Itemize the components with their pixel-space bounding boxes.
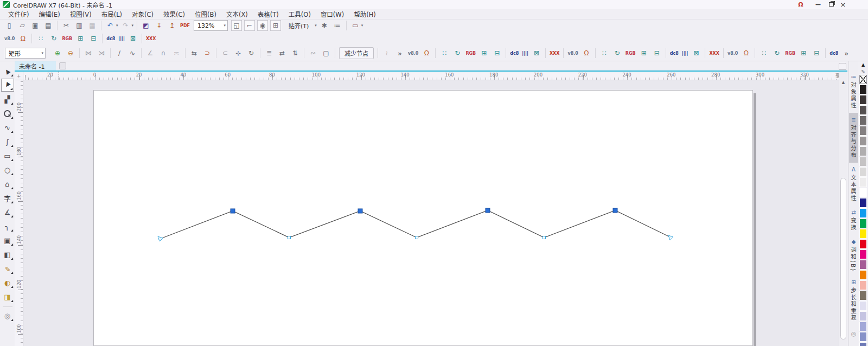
cusp-node-icon[interactable]: ∠: [145, 48, 156, 59]
scrollbar-thumb[interactable]: [840, 178, 846, 339]
color-swatch[interactable]: [859, 116, 867, 125]
curve-node-selected[interactable]: [486, 208, 490, 213]
macro-paste-a-icon[interactable]: ⊞: [478, 48, 489, 59]
dimension-tool[interactable]: ∡: [1, 206, 14, 219]
curve-node-selected[interactable]: [358, 209, 362, 213]
color-swatch[interactable]: [859, 126, 867, 136]
macro-duplicate-icon[interactable]: ⊠: [127, 33, 138, 44]
join-nodes-icon[interactable]: ⋈: [83, 48, 94, 59]
vertical-scrollbar[interactable]: ▲: [839, 72, 847, 346]
drawing-canvas[interactable]: [23, 80, 839, 346]
reflect-vertical-icon[interactable]: ⇅: [290, 48, 301, 59]
color-swatch[interactable]: [859, 208, 867, 218]
macro-rgb-cmyk-icon[interactable]: RGB: [465, 51, 476, 56]
menu-item-3[interactable]: 布局(L): [97, 9, 127, 20]
no-color-swatch[interactable]: [859, 75, 867, 84]
transparency-tool[interactable]: ◧: [1, 248, 14, 261]
zoom-level-combo[interactable]: 132%▾: [194, 20, 228, 31]
stretch-nodes-icon[interactable]: ⊹: [233, 48, 244, 59]
macro-convert-icon[interactable]: ↻: [452, 48, 463, 59]
drop-shadow-tool[interactable]: ▣: [1, 234, 14, 247]
snap-to-button[interactable]: 贴齐(T): [284, 20, 314, 31]
macro-paste-b-icon[interactable]: ⊟: [492, 48, 502, 59]
macro-version-label-icon[interactable]: v8.0: [4, 36, 15, 41]
align-nodes-icon[interactable]: ≣: [264, 48, 275, 59]
macro-paste-a-icon[interactable]: ⊞: [75, 33, 86, 44]
macro-dc8-icon[interactable]: dc8: [106, 36, 115, 41]
overflow-chevron-icon[interactable]: »: [841, 48, 852, 59]
welcome-screen-dropdown[interactable]: ▾: [361, 23, 363, 28]
color-swatch[interactable]: [859, 311, 867, 321]
save-icon[interactable]: ▣: [30, 20, 41, 31]
break-nodes-icon[interactable]: ⋊: [96, 48, 107, 59]
color-swatch[interactable]: [859, 229, 867, 239]
full-screen-preview-icon[interactable]: ◱: [231, 20, 242, 31]
macro-paste-a-icon[interactable]: ⊞: [798, 48, 809, 59]
docker-tab-1[interactable]: ≣对齐与分布: [849, 113, 858, 163]
menu-item-8[interactable]: 表格(T): [253, 9, 284, 20]
show-rulers-icon[interactable]: ⌐: [244, 20, 255, 31]
macro-align-dots-icon[interactable]: ∷: [35, 33, 46, 44]
color-swatch[interactable]: [859, 146, 867, 156]
select-all-nodes-icon[interactable]: ▢: [321, 48, 331, 59]
restore-button[interactable]: [827, 1, 835, 8]
interactive-fill-tool[interactable]: ◨: [1, 290, 14, 303]
curve-node[interactable]: [416, 236, 418, 239]
macro-align-dots-icon[interactable]: ∷: [439, 48, 450, 59]
show-alignment-guides-icon[interactable]: ◉: [257, 20, 268, 31]
curve-smoothness-icon[interactable]: ≀: [381, 48, 392, 59]
macro-dc8-icon[interactable]: dc8: [670, 51, 679, 56]
ellipse-tool[interactable]: ○: [1, 163, 14, 176]
docker-tab-5[interactable]: ⊞步长和重复: [849, 275, 858, 325]
edit-fill-tool[interactable]: ◎: [1, 309, 14, 322]
macro-paste-b-icon[interactable]: ⊟: [811, 48, 822, 59]
menu-item-4[interactable]: 对象(C): [127, 9, 158, 20]
convert-to-line-icon[interactable]: ∕: [114, 48, 125, 59]
macro-align-dots-icon[interactable]: ∷: [758, 48, 769, 59]
curve-node-terminal[interactable]: [158, 236, 163, 241]
macro-user-icon[interactable]: Ω: [581, 48, 592, 59]
publish-to-pdf-icon[interactable]: PDF: [180, 23, 190, 28]
shape-tool[interactable]: ▲: [1, 79, 14, 92]
polygon-tool[interactable]: ⌂: [1, 177, 14, 190]
extract-subpath-icon[interactable]: ⊂: [220, 48, 231, 59]
paste-icon[interactable]: ▦: [87, 20, 98, 31]
menu-item-11[interactable]: 帮助(H): [349, 9, 381, 20]
dynamic-guides-icon[interactable]: ⊞: [270, 20, 281, 31]
macro-xxx-icon[interactable]: XXX: [146, 36, 156, 41]
curve-node[interactable]: [543, 236, 546, 239]
color-swatch[interactable]: [859, 291, 867, 300]
docker-tab-0[interactable]: ≔对象属性: [849, 70, 858, 113]
rectangle-tool[interactable]: ▭: [1, 149, 14, 162]
rotate-skew-nodes-icon[interactable]: ↻: [246, 48, 257, 59]
macro-user-icon[interactable]: Ω: [741, 48, 751, 59]
redo-icon[interactable]: ↷: [120, 20, 131, 31]
color-swatch[interactable]: [859, 177, 867, 187]
curve-node-selected[interactable]: [231, 209, 235, 213]
color-swatch[interactable]: [859, 260, 867, 270]
macro-barcode-icon[interactable]: ||||: [682, 51, 688, 56]
menu-item-7[interactable]: 文本(X): [221, 9, 253, 20]
welcome-screen-icon[interactable]: ▭: [350, 20, 361, 31]
redo-dropdown[interactable]: ▾: [132, 23, 134, 28]
docker-tab-3[interactable]: ⇄变换: [849, 206, 858, 235]
color-swatch[interactable]: [859, 105, 867, 115]
overflow-chevron-icon[interactable]: »: [394, 48, 405, 59]
application-launcher-icon[interactable]: ◩: [141, 20, 151, 31]
color-swatch[interactable]: [859, 342, 867, 346]
macro-version-label-icon[interactable]: v8.0: [727, 51, 738, 56]
reduce-nodes-button[interactable]: 减少节点: [339, 47, 374, 59]
macro-dc8-icon[interactable]: dc8: [829, 51, 838, 56]
new-document-icon[interactable]: ▯: [4, 20, 15, 31]
zoom-tool[interactable]: [1, 107, 14, 120]
symmetrical-node-icon[interactable]: ≍: [171, 48, 182, 59]
menu-item-1[interactable]: 编辑(E): [34, 9, 65, 20]
horizontal-ruler[interactable]: 毫米 2002040608010012014016018020022024026…: [23, 72, 847, 80]
undo-dropdown[interactable]: ▾: [116, 23, 118, 28]
color-swatch[interactable]: [859, 239, 867, 249]
color-swatch[interactable]: [859, 95, 867, 105]
user-account-icon[interactable]: Ω: [796, 1, 805, 8]
undo-icon[interactable]: ↶: [105, 20, 116, 31]
macro-rgb-cmyk-icon[interactable]: RGB: [785, 51, 795, 56]
copy-icon[interactable]: ▥: [74, 20, 85, 31]
